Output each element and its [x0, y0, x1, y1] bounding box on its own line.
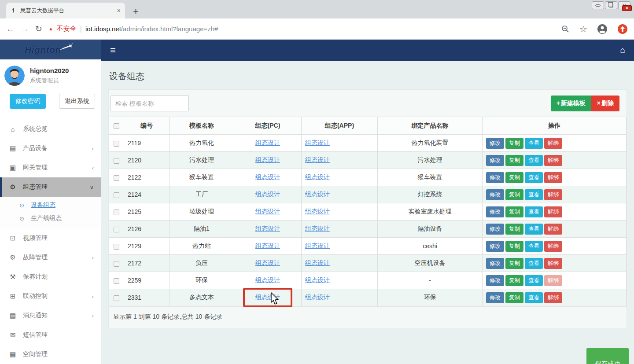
copy-button[interactable]: 复制	[505, 138, 523, 149]
browser-profile-icon[interactable]	[597, 24, 608, 34]
modify-button[interactable]: 修改	[486, 138, 504, 149]
pc-config-link[interactable]: 组态设计	[255, 208, 280, 215]
row-checkbox[interactable]	[114, 141, 119, 147]
modify-button[interactable]: 修改	[486, 206, 504, 217]
zoom-out-icon[interactable]	[561, 25, 570, 33]
copy-button[interactable]: 复制	[505, 241, 523, 252]
view-button[interactable]: 查看	[525, 189, 543, 200]
unbind-button[interactable]: 解绑	[544, 292, 562, 303]
modify-button[interactable]: 修改	[486, 155, 504, 166]
browser-update-icon[interactable]	[617, 24, 628, 34]
app-config-link[interactable]: 组态设计	[305, 139, 330, 146]
pc-config-link[interactable]: 组态设计	[255, 156, 280, 163]
unbind-button[interactable]: 解绑	[544, 138, 562, 149]
window-close-button[interactable]: × ×	[618, 1, 630, 9]
new-tab-button[interactable]: +	[133, 7, 139, 16]
pc-config-link[interactable]: 组态设计	[255, 139, 280, 146]
app-config-link[interactable]: 组态设计	[305, 242, 330, 249]
pc-config-link[interactable]: 组态设计	[255, 242, 280, 249]
app-config-link[interactable]: 组态设计	[305, 259, 330, 266]
app-config-link[interactable]: 组态设计	[305, 173, 330, 180]
unbind-button[interactable]: 解绑	[544, 224, 562, 235]
modify-button[interactable]: 修改	[486, 292, 504, 303]
app-config-link[interactable]: 组态设计	[305, 225, 330, 232]
delete-button[interactable]: ×删除	[591, 96, 619, 111]
sidebar-item-linkage[interactable]: ⊞联动控制‹	[0, 287, 101, 306]
view-button[interactable]: 查看	[525, 258, 543, 269]
row-checkbox[interactable]	[114, 261, 119, 267]
pc-config-link[interactable]: 组态设计	[255, 259, 280, 266]
address-bar[interactable]: ▲ 不安全 | iot.idosp.net/admin/index.html?l…	[48, 25, 555, 33]
row-checkbox[interactable]	[114, 192, 119, 198]
window-minimize-button[interactable]	[592, 1, 604, 9]
pc-config-link[interactable]: 组态设计	[255, 173, 280, 180]
view-button[interactable]: 查看	[525, 224, 543, 235]
pc-config-link[interactable]: 组态设计	[255, 276, 280, 283]
copy-button[interactable]: 复制	[505, 224, 523, 235]
unbind-button[interactable]: 解绑	[544, 206, 562, 217]
app-config-link[interactable]: 组态设计	[305, 294, 330, 301]
back-icon[interactable]: ←	[6, 24, 15, 34]
pc-config-link[interactable]: 组态设计	[255, 294, 280, 301]
hamburger-menu-icon[interactable]: ≡	[110, 44, 116, 56]
view-button[interactable]: 查看	[525, 155, 543, 166]
unbind-button[interactable]: 解绑	[544, 155, 562, 166]
sidebar-item-fault[interactable]: ⚙故障管理‹	[0, 248, 101, 267]
unbind-button[interactable]: 解绑	[544, 189, 562, 200]
change-password-button[interactable]: 修改密码	[10, 94, 46, 109]
copy-button[interactable]: 复制	[505, 155, 523, 166]
sidebar-item-scada[interactable]: ⚙组态管理∨	[0, 177, 101, 197]
row-checkbox[interactable]	[114, 175, 119, 181]
app-config-link[interactable]: 组态设计	[305, 156, 330, 163]
new-template-button[interactable]: +新建模板	[551, 96, 591, 111]
row-checkbox[interactable]	[114, 295, 119, 301]
app-config-link[interactable]: 组态设计	[305, 191, 330, 198]
copy-button[interactable]: 复制	[505, 292, 523, 303]
sidebar-item-space[interactable]: ▦空间管理	[0, 345, 101, 364]
select-all-checkbox[interactable]	[114, 123, 119, 129]
row-checkbox[interactable]	[114, 158, 119, 164]
modify-button[interactable]: 修改	[486, 275, 504, 286]
sidebar-item-sms[interactable]: ✉短信管理	[0, 325, 101, 345]
row-checkbox[interactable]	[114, 278, 119, 284]
copy-button[interactable]: 复制	[505, 275, 523, 286]
view-button[interactable]: 查看	[525, 275, 543, 286]
view-button[interactable]: 查看	[525, 206, 543, 217]
home-icon[interactable]: ⌂	[620, 45, 625, 55]
unbind-button[interactable]: 解绑	[544, 241, 562, 252]
tab-close-icon[interactable]: ×	[117, 7, 121, 14]
pc-config-link[interactable]: 组态设计	[255, 191, 280, 198]
unbind-button[interactable]: 解绑	[544, 172, 562, 183]
sidebar-subitem-device-scada[interactable]: ⊙设备组态	[0, 199, 101, 212]
unbind-button[interactable]: 解绑	[544, 258, 562, 269]
view-button[interactable]: 查看	[525, 292, 543, 303]
unbind-button[interactable]: 解绑	[544, 275, 562, 286]
copy-button[interactable]: 复制	[505, 258, 523, 269]
app-config-link[interactable]: 组态设计	[305, 208, 330, 215]
modify-button[interactable]: 修改	[486, 172, 504, 183]
sidebar-item-maintain[interactable]: ⚒保养计划	[0, 267, 101, 287]
bookmark-star-icon[interactable]: ☆	[579, 24, 587, 34]
modify-button[interactable]: 修改	[486, 189, 504, 200]
view-button[interactable]: 查看	[525, 138, 543, 149]
row-checkbox[interactable]	[114, 244, 119, 250]
row-checkbox[interactable]	[114, 227, 119, 232]
not-secure-label[interactable]: 不安全	[57, 25, 77, 33]
row-checkbox[interactable]	[114, 210, 119, 215]
sidebar-item-overview[interactable]: ⌂系统总览	[0, 119, 101, 139]
forward-icon[interactable]: →	[21, 24, 29, 34]
search-input[interactable]	[111, 95, 189, 111]
modify-button[interactable]: 修改	[486, 258, 504, 269]
copy-button[interactable]: 复制	[505, 206, 523, 217]
window-restore-button[interactable]	[605, 1, 617, 9]
app-config-link[interactable]: 组态设计	[305, 276, 330, 283]
reload-icon[interactable]: ↻	[35, 24, 42, 34]
logout-button[interactable]: 退出系统	[59, 94, 95, 109]
copy-button[interactable]: 复制	[505, 172, 523, 183]
sidebar-subitem-line-scada[interactable]: ⊙生产线组态	[0, 212, 101, 225]
browser-tab[interactable]: 思普云大数据平台 ×	[6, 3, 125, 18]
modify-button[interactable]: 修改	[486, 224, 504, 235]
modify-button[interactable]: 修改	[486, 241, 504, 252]
pc-config-link[interactable]: 组态设计	[255, 225, 280, 232]
sidebar-item-message[interactable]: ▤消息通知‹	[0, 306, 101, 325]
